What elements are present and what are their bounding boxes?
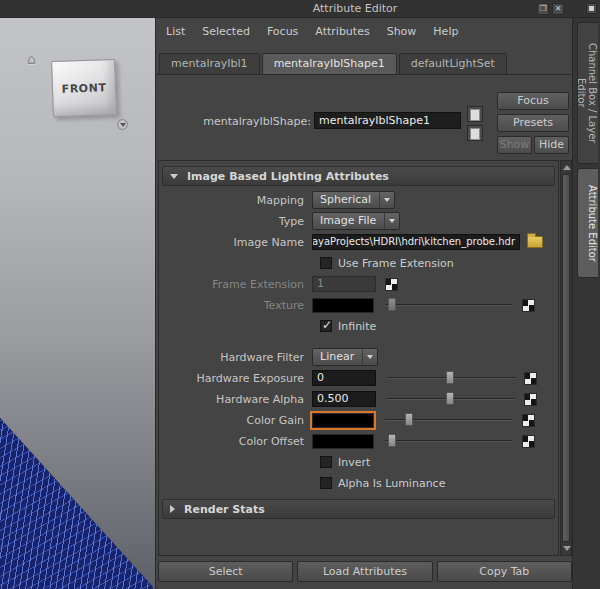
attr-row-infinite: Infinite xyxy=(162,316,555,336)
tab-mentalrayIblShape1[interactable]: mentalrayIblShape1 xyxy=(262,53,397,75)
menu-selected[interactable]: Selected xyxy=(202,25,250,38)
close-icon[interactable]: ✕ xyxy=(552,3,564,15)
float-window-icon[interactable]: ❐ xyxy=(537,3,549,15)
attr-row-color-offset: Color Offset xyxy=(162,431,555,451)
view-cube-label: FRONT xyxy=(62,81,107,96)
image-name-field[interactable]: layaProjects\HDRI\hdri\kitchen_probe.hdr xyxy=(312,234,520,250)
collapse-arrow-icon xyxy=(170,174,178,179)
frame-extension-label: Frame Extension xyxy=(162,278,312,291)
alpha-is-luminance-checkbox[interactable] xyxy=(320,477,332,489)
slider-handle[interactable] xyxy=(446,392,454,405)
pin-node-icon[interactable] xyxy=(467,125,483,141)
attr-row-type: Type Image File xyxy=(162,211,555,231)
side-tab-channel-box[interactable]: Channel Box / Layer Editor xyxy=(577,22,598,164)
alpha-is-luminance-label: Alpha Is Luminance xyxy=(338,477,445,490)
attr-row-hardware-alpha: Hardware Alpha 0.500 xyxy=(162,389,555,409)
menu-focus[interactable]: Focus xyxy=(267,25,298,38)
side-tab-strip: Channel Box / Layer Editor Attribute Edi… xyxy=(572,18,600,589)
copy-tab-button[interactable]: Copy Tab xyxy=(437,561,572,582)
side-tab-attribute-editor[interactable]: Attribute Editor xyxy=(577,168,598,278)
hardware-filter-value: Linear xyxy=(313,349,362,365)
hardware-alpha-field[interactable]: 0.500 xyxy=(312,391,376,407)
attr-row-use-frame-extension: Use Frame Extension xyxy=(162,253,555,273)
viewport[interactable]: ⌂ FRONT xyxy=(0,18,155,589)
tab-defaultLightSet[interactable]: defaultLightSet xyxy=(399,53,507,75)
tab-mentalrayIbl1[interactable]: mentalrayIbl1 xyxy=(159,53,260,75)
type-dropdown[interactable]: Image File xyxy=(312,212,400,230)
type-label: Type xyxy=(162,215,312,228)
invert-checkbox[interactable] xyxy=(320,456,332,468)
slider-handle[interactable] xyxy=(388,434,396,447)
load-attributes-button[interactable]: Load Attributes xyxy=(297,561,432,582)
attr-row-invert: Invert xyxy=(162,452,555,472)
view-cube[interactable]: FRONT xyxy=(51,59,117,117)
frame-extension-field[interactable]: 1 xyxy=(312,276,376,292)
color-offset-label: Color Offset xyxy=(162,435,312,448)
menu-list[interactable]: List xyxy=(166,25,185,38)
frame-extension-map-icon[interactable] xyxy=(385,278,398,291)
use-frame-extension-checkbox[interactable] xyxy=(320,257,332,269)
texture-map-icon[interactable] xyxy=(522,299,535,312)
mapping-value: Spherical xyxy=(313,192,379,208)
section-title: Render Stats xyxy=(184,503,265,516)
attributes-scrollarea: Image Based Lighting Attributes Mapping … xyxy=(158,160,559,556)
slider-handle[interactable] xyxy=(388,298,396,311)
footer-buttons: Select Load Attributes Copy Tab xyxy=(158,561,572,582)
hardware-exposure-field[interactable]: 0 xyxy=(312,370,376,386)
select-button[interactable]: Select xyxy=(158,561,293,582)
focus-button[interactable]: Focus xyxy=(497,92,569,110)
home-icon[interactable]: ⌂ xyxy=(27,52,36,66)
section-ibl-attributes[interactable]: Image Based Lighting Attributes xyxy=(162,166,555,186)
scrollbar-thumb[interactable] xyxy=(562,174,570,542)
color-gain-swatch[interactable] xyxy=(312,413,374,428)
texture-color-swatch[interactable] xyxy=(312,298,374,313)
hardware-filter-label: Hardware Filter xyxy=(162,351,312,364)
slider-handle[interactable] xyxy=(446,371,454,384)
show-button[interactable]: Show xyxy=(497,136,532,154)
hardware-exposure-slider[interactable] xyxy=(387,370,515,386)
panel-menu-icon[interactable] xyxy=(586,3,597,14)
attr-row-hardware-filter: Hardware Filter Linear xyxy=(162,347,555,367)
infinite-checkbox[interactable] xyxy=(320,320,332,332)
color-gain-slider[interactable] xyxy=(385,412,513,428)
maya-window: Attribute Editor ❐ ✕ ⌂ FRONT List Select… xyxy=(0,0,600,589)
hide-button[interactable]: Hide xyxy=(534,136,569,154)
scroll-up-icon[interactable] xyxy=(563,165,571,170)
node-tabbar: mentalrayIbl1 mentalrayIblShape1 default… xyxy=(159,53,507,75)
vertical-scrollbar[interactable] xyxy=(560,160,572,556)
chevron-down-icon xyxy=(362,349,377,365)
color-offset-slider[interactable] xyxy=(385,433,513,449)
invert-label: Invert xyxy=(338,456,370,469)
menubar: List Selected Focus Attributes Show Help xyxy=(166,25,458,38)
presets-button[interactable]: Presets xyxy=(497,114,569,132)
hardware-exposure-map-icon[interactable] xyxy=(524,372,537,385)
tab-divider xyxy=(156,74,572,75)
group-spacer xyxy=(162,337,555,346)
section-render-stats[interactable]: Render Stats xyxy=(162,499,555,519)
image-name-label: Image Name xyxy=(162,236,312,249)
chevron-down-icon xyxy=(379,192,394,208)
attr-row-alpha-is-luminance: Alpha Is Luminance xyxy=(162,473,555,493)
hardware-alpha-slider[interactable] xyxy=(387,391,515,407)
color-gain-map-icon[interactable] xyxy=(522,414,535,427)
texture-slider[interactable] xyxy=(385,297,513,313)
scroll-down-icon[interactable] xyxy=(563,546,571,551)
texture-label: Texture xyxy=(162,299,312,312)
slider-handle[interactable] xyxy=(405,413,413,426)
color-offset-swatch[interactable] xyxy=(312,434,374,449)
hardware-alpha-map-icon[interactable] xyxy=(524,393,537,406)
color-offset-map-icon[interactable] xyxy=(522,435,535,448)
node-name-field[interactable]: mentalrayIblShape1 xyxy=(314,112,461,129)
mapping-dropdown[interactable]: Spherical xyxy=(312,191,395,209)
expand-arrow-icon xyxy=(170,505,175,513)
use-frame-extension-label: Use Frame Extension xyxy=(338,257,454,270)
viewcube-arrow-icon[interactable] xyxy=(117,119,128,130)
hardware-filter-dropdown[interactable]: Linear xyxy=(312,348,378,366)
attribute-editor-panel: List Selected Focus Attributes Show Help… xyxy=(155,18,572,589)
menu-show[interactable]: Show xyxy=(387,25,417,38)
node-history-icon[interactable] xyxy=(467,106,483,122)
browse-folder-icon[interactable] xyxy=(527,236,543,248)
menu-help[interactable]: Help xyxy=(433,25,458,38)
attr-row-color-gain: Color Gain xyxy=(162,410,555,430)
menu-attributes[interactable]: Attributes xyxy=(315,25,369,38)
